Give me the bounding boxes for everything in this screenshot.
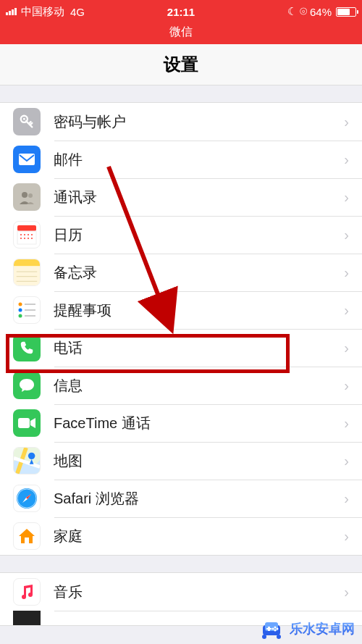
chevron-right-icon: › xyxy=(344,490,349,507)
svg-rect-15 xyxy=(14,259,40,266)
music-icon xyxy=(13,578,41,606)
row-mail[interactable]: 邮件 › xyxy=(0,141,362,178)
moon-icon: ☾ xyxy=(287,5,297,18)
watermark-text: 乐水安卓网 xyxy=(290,620,355,637)
facetime-icon xyxy=(13,409,41,437)
battery-pct: 64% xyxy=(310,6,332,18)
chevron-right-icon: › xyxy=(344,264,349,281)
calendar-icon xyxy=(13,221,41,248)
svg-point-21 xyxy=(19,309,22,312)
row-reminders[interactable]: 提醒事项 › xyxy=(0,291,362,329)
watermark-logo-icon xyxy=(261,618,285,640)
svg-point-12 xyxy=(24,238,25,239)
row-label: 家庭 xyxy=(54,527,344,546)
svg-rect-37 xyxy=(266,628,272,630)
network-label: 4G xyxy=(70,6,85,18)
row-label: 通讯录 xyxy=(54,188,344,207)
svg-point-4 xyxy=(28,193,33,198)
status-time: 21:11 xyxy=(167,6,195,18)
svg-point-7 xyxy=(20,234,22,235)
row-label: 备忘录 xyxy=(54,263,344,283)
maps-icon xyxy=(13,447,41,474)
row-label: 地图 xyxy=(54,451,344,471)
chevron-right-icon: › xyxy=(344,415,349,432)
svg-point-39 xyxy=(274,630,277,632)
svg-rect-2 xyxy=(19,154,35,165)
row-facetime[interactable]: FaceTime 通话 › xyxy=(0,404,362,442)
row-label: 电话 xyxy=(54,338,344,358)
chevron-right-icon: › xyxy=(344,453,349,469)
chevron-right-icon: › xyxy=(344,114,349,130)
svg-point-10 xyxy=(31,234,33,235)
status-left: 中国移动 4G xyxy=(6,5,85,19)
svg-point-27 xyxy=(28,453,35,459)
svg-point-14 xyxy=(31,238,33,239)
svg-point-38 xyxy=(274,627,277,629)
svg-point-22 xyxy=(19,314,22,318)
svg-rect-16 xyxy=(14,266,40,285)
phone-icon xyxy=(13,334,41,361)
signal-icon xyxy=(6,8,17,15)
battery-icon xyxy=(336,7,356,17)
row-maps[interactable]: 地图 › xyxy=(0,442,362,480)
row-label: FaceTime 通话 xyxy=(54,414,344,433)
page-title: 设置 xyxy=(0,44,362,85)
svg-point-40 xyxy=(272,628,274,630)
watermark: 乐水安卓网 xyxy=(261,618,355,640)
row-calendar[interactable]: 日历 › xyxy=(0,216,362,254)
messages-icon xyxy=(13,372,41,399)
row-label: 音乐 xyxy=(54,582,344,602)
svg-point-11 xyxy=(20,238,22,239)
carrier-label: 中国移动 xyxy=(21,5,64,19)
safari-icon xyxy=(13,485,41,512)
row-label: 日历 xyxy=(54,225,344,245)
svg-rect-6 xyxy=(17,231,36,244)
svg-rect-30 xyxy=(25,538,29,543)
row-label: 信息 xyxy=(54,376,344,396)
row-label: Safari 浏览器 xyxy=(54,489,344,509)
settings-section-1: 密码与帐户 › 邮件 › 通讯录 › 日历 › 备忘录 › 提醒事项 › xyxy=(0,102,362,556)
notes-icon xyxy=(13,259,41,286)
chevron-right-icon: › xyxy=(344,584,349,601)
row-music[interactable]: 音乐 › xyxy=(0,573,362,611)
svg-point-8 xyxy=(24,234,25,235)
svg-point-13 xyxy=(28,238,29,239)
svg-rect-5 xyxy=(17,225,36,231)
status-right: ☾ ⦾ 64% xyxy=(287,5,356,18)
home-icon xyxy=(13,522,41,550)
row-label: 提醒事项 xyxy=(54,301,344,320)
chevron-right-icon: › xyxy=(344,227,349,243)
svg-rect-33 xyxy=(265,622,278,631)
alarm-icon: ⦾ xyxy=(300,6,307,17)
row-notes[interactable]: 备忘录 › xyxy=(0,254,362,291)
row-messages[interactable]: 信息 › xyxy=(0,367,362,404)
row-label: 密码与帐户 xyxy=(54,112,344,132)
row-passwords[interactable]: 密码与帐户 › xyxy=(0,103,362,141)
svg-point-1 xyxy=(23,118,25,120)
chevron-right-icon: › xyxy=(344,151,349,168)
nav-title: 微信 xyxy=(0,23,362,44)
svg-point-35 xyxy=(277,635,281,639)
chevron-right-icon: › xyxy=(344,189,349,206)
chevron-right-icon: › xyxy=(344,340,349,356)
row-label: 邮件 xyxy=(54,150,344,170)
svg-point-9 xyxy=(28,234,29,235)
svg-point-20 xyxy=(19,303,22,306)
contacts-icon xyxy=(13,183,41,211)
svg-point-41 xyxy=(277,628,279,630)
svg-rect-26 xyxy=(18,418,30,428)
chevron-right-icon: › xyxy=(344,302,349,319)
row-phone[interactable]: 电话 › xyxy=(0,329,362,367)
row-home[interactable]: 家庭 › xyxy=(0,517,362,555)
svg-point-3 xyxy=(22,192,28,198)
key-icon xyxy=(13,108,41,135)
row-contacts[interactable]: 通讯录 › xyxy=(0,178,362,216)
chevron-right-icon: › xyxy=(344,377,349,394)
svg-point-34 xyxy=(262,635,266,639)
generic-icon xyxy=(13,611,41,625)
chevron-right-icon: › xyxy=(344,528,349,545)
reminders-icon xyxy=(13,296,41,324)
mail-icon xyxy=(13,146,41,173)
row-safari[interactable]: Safari 浏览器 › xyxy=(0,480,362,517)
status-bar: 中国移动 4G 21:11 ☾ ⦾ 64% xyxy=(0,0,362,23)
